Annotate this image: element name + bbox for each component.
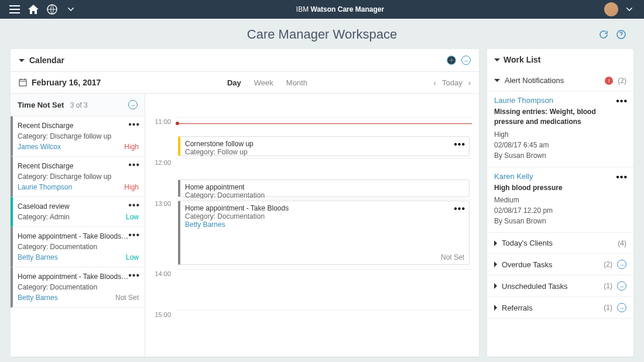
caret-down-icon <box>494 58 500 61</box>
tab-day[interactable]: Day <box>227 78 241 87</box>
caret-right-icon <box>494 240 497 246</box>
more-icon[interactable]: ••• <box>454 204 465 214</box>
calendar-body: Time Not Set 3 of 3 → ••• Recent Dischar… <box>11 94 479 357</box>
menu-icon[interactable] <box>9 4 20 15</box>
time-not-set-panel: Time Not Set 3 of 3 → ••• Recent Dischar… <box>11 94 145 357</box>
calendar-header[interactable]: Calendar → <box>11 49 479 72</box>
now-indicator <box>176 123 472 124</box>
add-icon[interactable] <box>446 55 457 65</box>
calendar-tabs: Day Week Month <box>101 78 433 87</box>
refresh-icon[interactable] <box>598 29 609 40</box>
task-item[interactable]: ••• Home appointment - Take Bloods… Cate… <box>11 227 145 267</box>
task-item[interactable]: ••• Caseload review Category: Admin Low <box>11 197 145 227</box>
today-button[interactable]: Today <box>442 78 463 87</box>
chevron-down-icon[interactable] <box>624 4 635 15</box>
worklist-panel: Work List Alert Notifications ! (2) ••• … <box>487 49 633 357</box>
main-content: Calendar → February 16, 2017 Day Week Mo… <box>0 49 644 362</box>
arrow-right-icon[interactable]: → <box>617 281 626 291</box>
more-icon[interactable]: ••• <box>128 120 140 129</box>
topbar-left <box>9 4 76 15</box>
arrow-right-icon[interactable]: → <box>128 100 138 109</box>
alerts-section-header[interactable]: Alert Notifications ! (2) <box>487 70 633 91</box>
page-actions <box>598 29 626 40</box>
task-item[interactable]: ••• Recent Discharge Category: Discharge… <box>11 157 145 197</box>
event[interactable]: Home appointment Category: Documentation <box>178 180 470 197</box>
caret-right-icon <box>494 261 497 267</box>
time-label: 14:00 <box>145 269 176 277</box>
time-label: 12:00 <box>145 158 176 166</box>
worklist-section[interactable]: Today's Clients (4) <box>487 233 633 254</box>
time-not-set-header[interactable]: Time Not Set 3 of 3 → <box>11 94 145 116</box>
time-label: 13:00 <box>145 199 176 207</box>
page-title-bar: Care Manager Workspace <box>0 19 644 49</box>
svg-rect-3 <box>19 80 26 86</box>
more-icon[interactable]: ••• <box>128 230 140 240</box>
chevron-down-icon[interactable] <box>66 4 76 15</box>
page-title: Care Manager Workspace <box>247 27 397 42</box>
topbar-right <box>604 2 635 16</box>
worklist-section[interactable]: Referrals (1) → <box>487 297 633 319</box>
caret-right-icon <box>494 305 497 311</box>
calendar-nav: ‹ Today › <box>434 78 471 87</box>
event[interactable]: ••• Cornerstone follow up Category: Foll… <box>178 136 470 156</box>
time-label: 11:00 <box>145 117 176 125</box>
home-icon[interactable] <box>28 4 39 15</box>
worklist-header[interactable]: Work List <box>487 49 633 70</box>
tab-month[interactable]: Month <box>286 78 307 87</box>
globe-icon[interactable] <box>47 4 57 15</box>
arrow-right-icon[interactable]: → <box>461 56 471 65</box>
task-item[interactable]: ••• Recent Discharge Category: Discharge… <box>11 116 145 157</box>
avatar[interactable] <box>604 2 618 16</box>
prev-icon[interactable]: ‹ <box>434 78 436 87</box>
calendar-panel: Calendar → February 16, 2017 Day Week Mo… <box>11 49 479 357</box>
more-icon[interactable]: ••• <box>128 201 140 210</box>
calendar-date[interactable]: February 16, 2017 <box>19 78 101 87</box>
next-icon[interactable]: › <box>468 78 471 87</box>
arrow-right-icon[interactable]: → <box>617 303 626 312</box>
time-label: 15:00 <box>145 310 176 318</box>
more-icon[interactable]: ••• <box>454 139 465 150</box>
more-icon[interactable]: ••• <box>616 96 628 106</box>
caret-down-icon <box>494 79 500 82</box>
task-item[interactable]: ••• Home appointment - Take Bloods… Cate… <box>11 267 145 308</box>
help-icon[interactable] <box>616 29 626 40</box>
alert-item[interactable]: ••• Laurie Thompson Missing entries: Wei… <box>487 91 633 167</box>
more-icon[interactable]: ••• <box>128 160 140 170</box>
timeline[interactable]: 11:00 ••• Cornerstone follow up Category… <box>145 94 479 357</box>
caret-down-icon <box>19 59 25 62</box>
worklist-section[interactable]: Unscheduled Tasks (1) → <box>487 275 633 297</box>
caret-right-icon <box>494 283 497 289</box>
calendar-toolbar: February 16, 2017 Day Week Month ‹ Today… <box>11 72 479 94</box>
alert-item[interactable]: ••• Karen Kelly High blood pressure Medi… <box>487 167 633 233</box>
calendar-title: Calendar <box>29 56 64 65</box>
worklist-section[interactable]: Overdue Tasks (2) → <box>487 254 633 275</box>
app-title: IBM Watson Care Manager <box>76 5 604 13</box>
event[interactable]: ••• Home appointment - Take Bloods Categ… <box>178 201 470 265</box>
arrow-right-icon[interactable]: → <box>617 260 626 269</box>
tab-week[interactable]: Week <box>254 78 273 87</box>
top-bar: IBM Watson Care Manager <box>0 0 644 19</box>
more-icon[interactable]: ••• <box>128 271 140 280</box>
alert-badge-icon: ! <box>605 77 613 85</box>
app-prefix: IBM <box>296 5 309 13</box>
app-name: Watson Care Manager <box>311 5 385 13</box>
more-icon[interactable]: ••• <box>616 172 628 182</box>
